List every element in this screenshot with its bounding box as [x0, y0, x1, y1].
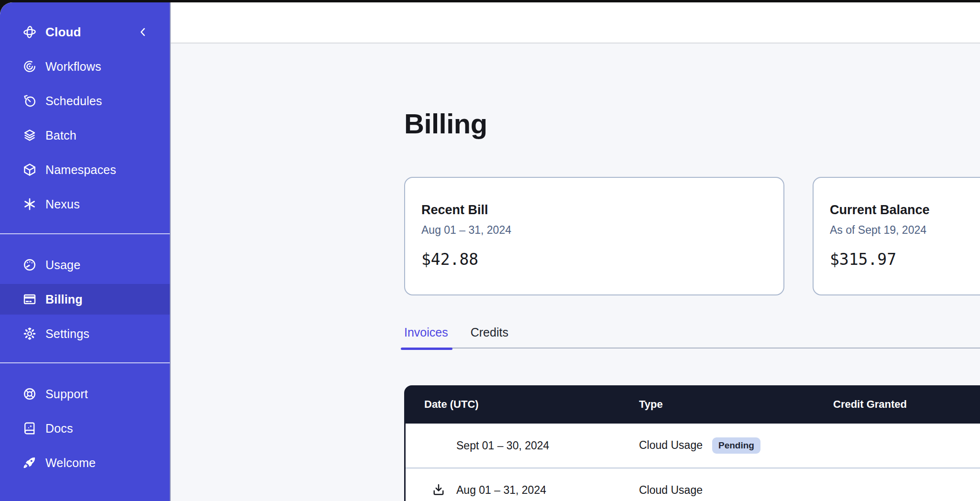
sidebar-item-label: Nexus — [45, 197, 80, 211]
usage-gauge-icon — [22, 258, 37, 272]
sidebar-item-nexus[interactable]: Nexus — [0, 189, 170, 219]
page-title: Billing — [404, 109, 487, 139]
sidebar-item-batch[interactable]: Batch — [0, 120, 170, 151]
tab-invoices[interactable]: Invoices — [404, 326, 448, 339]
current-balance-card: Current Balance As of Sept 19, 2024 $315… — [813, 177, 980, 295]
card-title: Current Balance — [830, 203, 980, 218]
billing-tabs: Invoices Credits — [404, 326, 980, 349]
app-window: Cloud Workflows — [0, 2, 980, 501]
sidebar-divider — [0, 362, 170, 363]
schedules-icon — [22, 94, 37, 108]
sidebar-item-workflows[interactable]: Workflows — [0, 51, 170, 82]
sidebar-item-label: Batch — [45, 129, 77, 142]
sidebar-item-label: Docs — [45, 422, 73, 436]
workflows-icon — [22, 59, 37, 74]
sidebar-item-settings[interactable]: Settings — [0, 318, 170, 349]
card-title: Recent Bill — [421, 203, 765, 218]
table-header-row: Date (UTC) Type Credit Granted — [404, 385, 980, 424]
sidebar-item-support[interactable]: Support — [0, 379, 170, 409]
sidebar-item-schedules[interactable]: Schedules — [0, 86, 170, 116]
download-invoice-button[interactable] — [431, 483, 446, 497]
card-subtitle: Aug 01 – 31, 2024 — [421, 224, 765, 237]
docs-book-icon — [22, 421, 37, 436]
welcome-rocket-icon — [22, 456, 37, 470]
column-header-type: Type — [639, 398, 833, 411]
sidebar-item-label: Billing — [45, 293, 83, 306]
sidebar-item-welcome[interactable]: Welcome — [0, 447, 170, 478]
table-row: Aug 01 – 31, 2024 Cloud Usage — [406, 468, 980, 501]
sidebar-brand-cloud[interactable]: Cloud — [0, 17, 170, 47]
sidebar-item-label: Settings — [45, 327, 89, 341]
download-icon — [431, 483, 446, 497]
sidebar-item-namespaces[interactable]: Namespaces — [0, 154, 170, 185]
card-amount: $42.88 — [421, 250, 765, 269]
sidebar-divider — [0, 233, 170, 234]
card-amount: $315.97 — [830, 250, 980, 269]
recent-bill-card: Recent Bill Aug 01 – 31, 2024 $42.88 — [404, 177, 784, 295]
column-header-date: Date (UTC) — [404, 398, 639, 411]
sidebar-item-label: Welcome — [45, 456, 96, 470]
sidebar-item-label: Schedules — [45, 94, 102, 108]
column-header-credit-granted: Credit Granted — [833, 398, 980, 411]
table-row: Sept 01 – 30, 2024 Cloud Usage Pending — [406, 424, 980, 468]
billing-card-icon — [22, 292, 37, 306]
sidebar-item-label: Namespaces — [45, 163, 116, 177]
sidebar-brand-label: Cloud — [45, 25, 81, 40]
sidebar-item-label: Workflows — [45, 60, 101, 74]
invoices-table: Date (UTC) Type Credit Granted Sept 01 –… — [404, 385, 980, 501]
status-badge-pending: Pending — [712, 437, 760, 454]
nexus-asterisk-icon — [22, 197, 37, 211]
batch-layers-icon — [22, 128, 37, 142]
download-placeholder — [431, 438, 446, 453]
invoice-date: Aug 01 – 31, 2024 — [456, 484, 546, 497]
sidebar-item-label: Support — [45, 387, 88, 401]
sidebar-item-docs[interactable]: Docs — [0, 413, 170, 444]
card-subtitle: As of Sept 19, 2024 — [830, 224, 980, 237]
invoice-date: Sept 01 – 30, 2024 — [456, 439, 549, 452]
sidebar: Cloud Workflows — [0, 2, 171, 501]
chevron-left-icon — [137, 26, 149, 38]
sidebar-item-billing[interactable]: Billing — [0, 284, 170, 315]
sidebar-item-label: Usage — [45, 258, 80, 272]
settings-gear-icon — [22, 327, 37, 341]
sidebar-item-usage[interactable]: Usage — [0, 250, 170, 280]
invoice-type: Cloud Usage — [639, 484, 703, 497]
support-lifebuoy-icon — [22, 387, 37, 401]
temporal-logo-icon — [22, 25, 37, 39]
invoice-type: Cloud Usage — [639, 439, 703, 452]
top-navigation-bar — [171, 2, 980, 44]
namespaces-cube-icon — [22, 163, 37, 177]
tab-credits[interactable]: Credits — [471, 326, 508, 339]
sidebar-collapse-button[interactable] — [136, 25, 150, 39]
